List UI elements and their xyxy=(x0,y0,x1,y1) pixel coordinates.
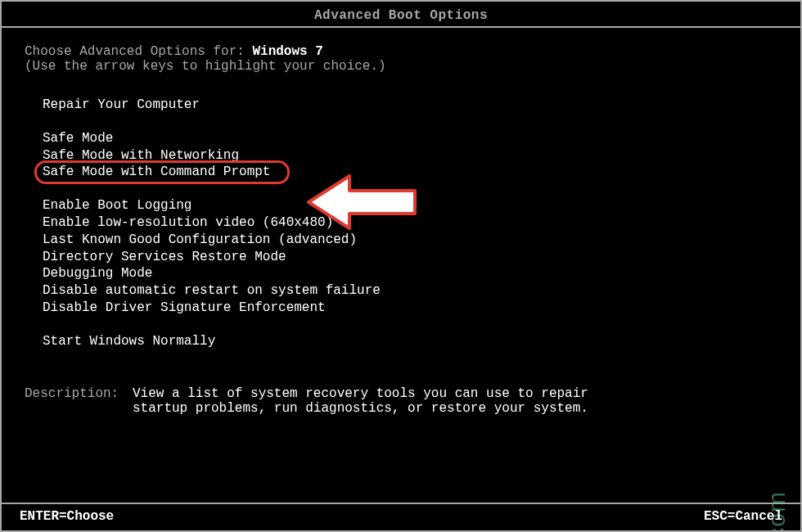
intro-line-1: Choose Advanced Options for: Windows 7 xyxy=(25,44,777,59)
description-text: View a list of system recovery tools you… xyxy=(133,386,591,416)
description-block: Description: View a list of system recov… xyxy=(25,386,777,416)
menu-safe-mode-networking[interactable]: Safe Mode with Networking xyxy=(43,147,777,165)
menu-last-known-good[interactable]: Last Known Good Configuration (advanced) xyxy=(43,232,777,249)
boot-menu: Repair Your Computer Safe Mode Safe Mode… xyxy=(25,97,777,350)
menu-safe-mode-command-prompt[interactable]: Safe Mode with Command Prompt xyxy=(43,164,270,181)
content-area: Choose Advanced Options for: Windows 7 (… xyxy=(2,28,800,416)
intro-prefix: Choose Advanced Options for: xyxy=(25,44,252,59)
menu-repair-computer[interactable]: Repair Your Computer xyxy=(43,97,777,114)
description-label: Description: xyxy=(25,386,133,416)
highlighted-menu-wrap: Safe Mode with Command Prompt xyxy=(43,164,270,181)
intro-hint: (Use the arrow keys to highlight your ch… xyxy=(25,59,777,74)
os-name: Windows 7 xyxy=(252,44,322,59)
menu-start-normally[interactable]: Start Windows Normally xyxy=(43,333,777,350)
footer-enter-hint: ENTER=Choose xyxy=(20,509,114,524)
menu-low-res-video[interactable]: Enable low-resolution video (640x480) xyxy=(43,214,777,232)
menu-disable-driver-sig[interactable]: Disable Driver Signature Enforcement xyxy=(43,300,777,317)
page-title: Advanced Boot Options xyxy=(314,8,488,23)
menu-boot-logging[interactable]: Enable Boot Logging xyxy=(43,197,777,214)
menu-debugging-mode[interactable]: Debugging Mode xyxy=(43,265,777,282)
title-bar: Advanced Boot Options xyxy=(2,2,800,28)
footer-esc-hint: ESC=Cancel xyxy=(704,509,782,524)
footer-bar: ENTER=Choose ESC=Cancel xyxy=(2,503,800,530)
menu-disable-auto-restart[interactable]: Disable automatic restart on system fail… xyxy=(43,282,777,300)
menu-safe-mode[interactable]: Safe Mode xyxy=(43,130,777,147)
menu-directory-services-restore[interactable]: Directory Services Restore Mode xyxy=(43,249,777,266)
